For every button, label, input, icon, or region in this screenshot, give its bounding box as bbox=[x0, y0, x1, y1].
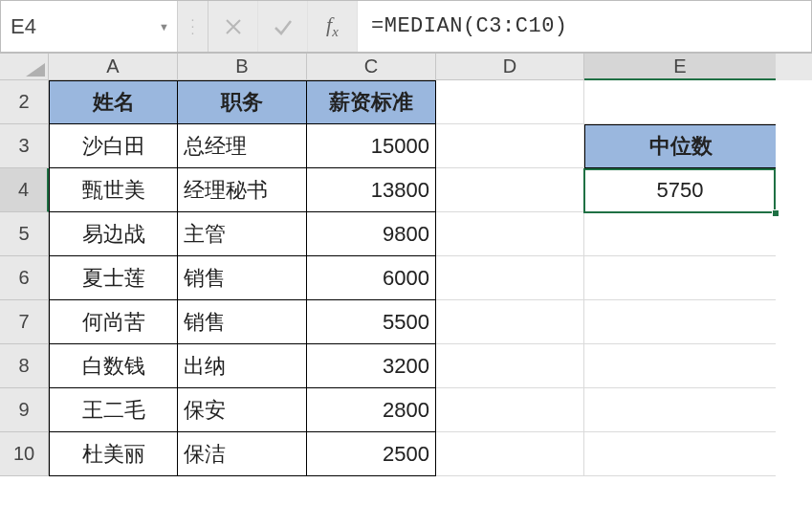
cell-C4[interactable]: 13800 bbox=[307, 168, 436, 212]
cell-B3[interactable]: 总经理 bbox=[178, 124, 307, 168]
median-label[interactable]: 中位数 bbox=[584, 124, 776, 168]
formula-text: =MEDIAN(C3:C10) bbox=[371, 14, 568, 38]
column-headers: A B C D E bbox=[0, 54, 812, 80]
row-3: 3 沙白田 总经理 15000 中位数 bbox=[0, 124, 812, 168]
cell-E2[interactable] bbox=[584, 80, 776, 124]
cell-E8[interactable] bbox=[584, 344, 776, 388]
insert-function-button[interactable]: fx bbox=[308, 1, 358, 52]
name-box-dropdown-icon[interactable]: ▼ bbox=[159, 21, 169, 33]
header-name[interactable]: 姓名 bbox=[49, 80, 178, 124]
x-icon bbox=[222, 15, 245, 38]
col-header-E[interactable]: E bbox=[584, 54, 776, 80]
formula-input[interactable]: =MEDIAN(C3:C10) bbox=[358, 1, 811, 52]
cell-D8[interactable] bbox=[436, 344, 584, 388]
cell-B4[interactable]: 经理秘书 bbox=[178, 168, 307, 212]
header-salary[interactable]: 薪资标准 bbox=[307, 80, 436, 124]
formula-bar: E4 ▼ ··· fx =MEDIAN(C3:C10) bbox=[0, 0, 812, 54]
name-box[interactable]: E4 ▼ bbox=[1, 1, 178, 52]
cell-D5[interactable] bbox=[436, 212, 584, 256]
row-header-10[interactable]: 10 bbox=[0, 432, 49, 476]
check-icon bbox=[272, 15, 295, 38]
confirm-button[interactable] bbox=[258, 1, 308, 52]
cell-C7[interactable]: 5500 bbox=[307, 300, 436, 344]
cell-A8[interactable]: 白数钱 bbox=[49, 344, 178, 388]
row-4: 4 甄世美 经理秘书 13800 5750 bbox=[0, 168, 812, 212]
row-header-9[interactable]: 9 bbox=[0, 388, 49, 432]
cell-D7[interactable] bbox=[436, 300, 584, 344]
cell-A9[interactable]: 王二毛 bbox=[49, 388, 178, 432]
cell-D4[interactable] bbox=[436, 168, 584, 212]
row-header-4[interactable]: 4 bbox=[0, 168, 49, 212]
cell-D9[interactable] bbox=[436, 388, 584, 432]
row-5: 5 易边战 主管 9800 bbox=[0, 212, 812, 256]
cell-D2[interactable] bbox=[436, 80, 584, 124]
row-header-2[interactable]: 2 bbox=[0, 80, 49, 124]
row-9: 9 王二毛 保安 2800 bbox=[0, 388, 812, 432]
cell-B6[interactable]: 销售 bbox=[178, 256, 307, 300]
header-role[interactable]: 职务 bbox=[178, 80, 307, 124]
cell-A4[interactable]: 甄世美 bbox=[49, 168, 178, 212]
cell-B8[interactable]: 出纳 bbox=[178, 344, 307, 388]
spreadsheet-grid[interactable]: A B C D E 2 姓名 职务 薪资标准 3 沙白田 总经理 15000 中… bbox=[0, 54, 812, 476]
cell-D10[interactable] bbox=[436, 432, 584, 476]
cell-A7[interactable]: 何尚苦 bbox=[49, 300, 178, 344]
cancel-button[interactable] bbox=[208, 1, 258, 52]
fill-handle[interactable] bbox=[772, 209, 779, 217]
col-header-B[interactable]: B bbox=[178, 54, 307, 80]
cell-E10[interactable] bbox=[584, 432, 776, 476]
cell-A3[interactable]: 沙白田 bbox=[49, 124, 178, 168]
row-8: 8 白数钱 出纳 3200 bbox=[0, 344, 812, 388]
row-header-8[interactable]: 8 bbox=[0, 344, 49, 388]
cell-C8[interactable]: 3200 bbox=[307, 344, 436, 388]
cell-C10[interactable]: 2500 bbox=[307, 432, 436, 476]
cell-C6[interactable]: 6000 bbox=[307, 256, 436, 300]
row-header-3[interactable]: 3 bbox=[0, 124, 49, 168]
cell-B9[interactable]: 保安 bbox=[178, 388, 307, 432]
row-header-7[interactable]: 7 bbox=[0, 300, 49, 344]
cell-E7[interactable] bbox=[584, 300, 776, 344]
row-header-6[interactable]: 6 bbox=[0, 256, 49, 300]
cell-E9[interactable] bbox=[584, 388, 776, 432]
cell-A10[interactable]: 杜美丽 bbox=[49, 432, 178, 476]
cell-C9[interactable]: 2800 bbox=[307, 388, 436, 432]
cell-B5[interactable]: 主管 bbox=[178, 212, 307, 256]
row-10: 10 杜美丽 保洁 2500 bbox=[0, 432, 812, 476]
cell-B7[interactable]: 销售 bbox=[178, 300, 307, 344]
row-6: 6 夏士莲 销售 6000 bbox=[0, 256, 812, 300]
formula-bar-divider: ··· bbox=[178, 1, 208, 52]
cell-D6[interactable] bbox=[436, 256, 584, 300]
cell-E5[interactable] bbox=[584, 212, 776, 256]
select-all-corner[interactable] bbox=[0, 54, 49, 80]
cell-reference: E4 bbox=[11, 14, 36, 39]
median-value[interactable]: 5750 bbox=[584, 168, 776, 212]
cell-A6[interactable]: 夏士莲 bbox=[49, 256, 178, 300]
row-header-5[interactable]: 5 bbox=[0, 212, 49, 256]
col-header-A[interactable]: A bbox=[49, 54, 178, 80]
col-header-C[interactable]: C bbox=[307, 54, 436, 80]
cell-D3[interactable] bbox=[436, 124, 584, 168]
row-7: 7 何尚苦 销售 5500 bbox=[0, 300, 812, 344]
cell-E6[interactable] bbox=[584, 256, 776, 300]
row-2: 2 姓名 职务 薪资标准 bbox=[0, 80, 812, 124]
cell-C3[interactable]: 15000 bbox=[307, 124, 436, 168]
cell-C5[interactable]: 9800 bbox=[307, 212, 436, 256]
fx-icon: fx bbox=[326, 12, 339, 40]
cell-A5[interactable]: 易边战 bbox=[49, 212, 178, 256]
col-header-D[interactable]: D bbox=[436, 54, 584, 80]
cell-B10[interactable]: 保洁 bbox=[178, 432, 307, 476]
